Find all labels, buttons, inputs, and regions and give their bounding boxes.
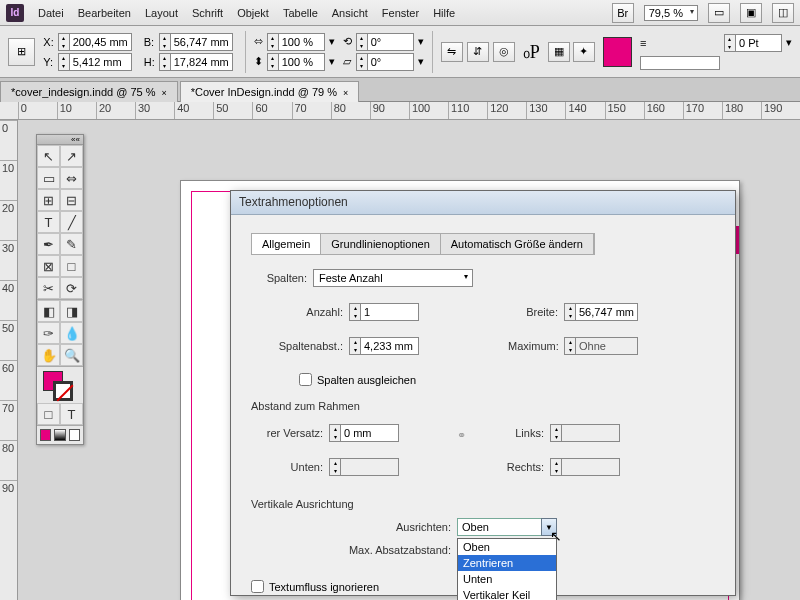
effects-icon[interactable]: ✦ — [573, 42, 595, 62]
menu-objekt[interactable]: Objekt — [237, 7, 269, 19]
direct-selection-tool[interactable]: ↗ — [60, 145, 83, 167]
flip-v-icon[interactable]: ⇵ — [467, 42, 489, 62]
link-icon[interactable]: ⚭ — [457, 429, 466, 442]
links-label: Links: — [498, 427, 544, 439]
ruler-horizontal[interactable]: 0102030405060708090100110120130140150160… — [0, 102, 800, 120]
w-field[interactable]: ▴▾ — [159, 33, 233, 51]
format-container-icon[interactable]: □ — [37, 403, 60, 425]
ruler-vertical[interactable]: 0102030405060708090 — [0, 120, 18, 600]
eyedropper-tool[interactable]: 💧 — [60, 322, 83, 344]
wrap-icon[interactable]: ▦ — [548, 42, 570, 62]
option-zentrieren[interactable]: Zentrieren — [458, 555, 556, 571]
versatz-label: rer Versatz: — [251, 427, 323, 439]
line-tool[interactable]: ╱ — [60, 211, 83, 233]
x-field[interactable]: ▴▾ — [58, 33, 132, 51]
option-vertikaler-keil[interactable]: Vertikaler Keil — [458, 587, 556, 600]
menu-tabelle[interactable]: Tabelle — [283, 7, 318, 19]
chevron-down-icon[interactable]: ▼ — [541, 518, 557, 536]
menu-layout[interactable]: Layout — [145, 7, 178, 19]
stroke-style[interactable] — [640, 56, 720, 70]
breite-field[interactable]: ▴▾ — [564, 303, 638, 321]
pen-tool[interactable]: ✒ — [37, 233, 60, 255]
close-icon[interactable]: × — [343, 88, 348, 98]
menu-fenster[interactable]: Fenster — [382, 7, 419, 19]
app-logo-icon: Id — [6, 4, 24, 22]
doc-tab-2[interactable]: *Cover InDesign.indd @ 79 %× — [180, 81, 360, 102]
tab-grundlinien[interactable]: Grundlinienoptionen — [321, 234, 440, 254]
spalten-ausgleichen-checkbox[interactable] — [299, 373, 312, 386]
transform-tool[interactable]: ⟳ — [60, 277, 83, 299]
format-text-icon[interactable]: T — [60, 403, 83, 425]
pencil-tool[interactable]: ✎ — [60, 233, 83, 255]
dialog-tabs: Allgemein Grundlinienoptionen Automatisc… — [251, 233, 595, 255]
rechts-label: Rechts: — [498, 461, 544, 473]
apply-gradient-icon[interactable] — [54, 429, 65, 441]
stroke-field[interactable]: ▴▾ — [724, 34, 782, 52]
h-label: H: — [144, 56, 155, 68]
gradient-swatch-tool[interactable]: ◧ — [37, 300, 60, 322]
content-collector-tool[interactable]: ⊞ — [37, 189, 60, 211]
dialog-title: Textrahmenoptionen — [231, 191, 735, 215]
gap-tool[interactable]: ⇔ — [60, 167, 83, 189]
panel-grip[interactable]: «« — [37, 135, 83, 145]
arrange-icon[interactable]: ◫ — [772, 3, 794, 23]
scaley-icon: ⬍ — [254, 55, 263, 68]
tool-panel: «« ↖ ↗ ▭ ⇔ ⊞ ⊟ T ╱ ✒ ✎ ⊠ □ ✂ ⟳ ◧ ◨ ✑ 💧 ✋… — [36, 134, 84, 445]
bridge-button[interactable]: Br — [612, 3, 634, 23]
anzahl-field[interactable]: ▴▾ — [349, 303, 419, 321]
spalten-label: Spalten: — [251, 272, 307, 284]
flip-h-icon[interactable]: ⇋ — [441, 42, 463, 62]
spalten-dropdown[interactable]: Feste Anzahl — [313, 269, 473, 287]
content-placer-tool[interactable]: ⊟ — [60, 189, 83, 211]
spaltenabst-field[interactable]: ▴▾ — [349, 337, 419, 355]
scissors-tool[interactable]: ✂ — [37, 277, 60, 299]
menu-schrift[interactable]: Schrift — [192, 7, 223, 19]
fill-stroke-control[interactable] — [37, 367, 83, 403]
unten-field: ▴▾ — [329, 458, 399, 476]
view-options-icon[interactable]: ▭ — [708, 3, 730, 23]
scaley-field[interactable]: ▴▾ — [267, 53, 325, 71]
rectangle-tool[interactable]: □ — [60, 255, 83, 277]
ref-point-icon[interactable]: ⊞ — [8, 38, 35, 66]
type-tool[interactable]: T — [37, 211, 60, 233]
option-unten[interactable]: Unten — [458, 571, 556, 587]
y-label: Y: — [43, 56, 53, 68]
versatz-field[interactable]: ▴▾ — [329, 424, 399, 442]
gradient-feather-tool[interactable]: ◨ — [60, 300, 83, 322]
shear-field[interactable]: ▴▾ — [356, 53, 414, 71]
max-absatzabstand-label: Max. Absatzabstand: — [331, 544, 451, 556]
rotate-field[interactable]: ▴▾ — [356, 33, 414, 51]
tab-allgemein[interactable]: Allgemein — [252, 234, 321, 254]
textumfluss-checkbox[interactable] — [251, 580, 264, 593]
menu-datei[interactable]: Datei — [38, 7, 64, 19]
y-field[interactable]: ▴▾ — [58, 53, 132, 71]
option-oben[interactable]: Oben — [458, 539, 556, 555]
hand-tool[interactable]: ✋ — [37, 344, 60, 366]
scalex-field[interactable]: ▴▾ — [267, 33, 325, 51]
zoom-tool[interactable]: 🔍 — [60, 344, 83, 366]
menu-hilfe[interactable]: Hilfe — [433, 7, 455, 19]
doc-tab-1[interactable]: *cover_indesign.indd @ 75 %× — [0, 81, 178, 102]
note-tool[interactable]: ✑ — [37, 322, 60, 344]
fill-swatch[interactable] — [603, 37, 632, 67]
rectangle-frame-tool[interactable]: ⊠ — [37, 255, 60, 277]
close-icon[interactable]: × — [161, 88, 166, 98]
zoom-field[interactable]: 79,5 % — [644, 5, 698, 21]
page-tool[interactable]: ▭ — [37, 167, 60, 189]
screen-mode-icon[interactable]: ▣ — [740, 3, 762, 23]
select-container-icon[interactable]: ◎ — [493, 42, 515, 62]
ausrichten-dropdown[interactable]: ▼ Oben Zentrieren Unten Vertikaler Keil — [457, 518, 557, 536]
tab-auto-size[interactable]: Automatisch Größe ändern — [441, 234, 594, 254]
apply-none-icon[interactable] — [69, 429, 80, 441]
menu-bearbeiten[interactable]: Bearbeiten — [78, 7, 131, 19]
char-panel-icon[interactable]: ₀P — [523, 41, 540, 63]
apply-color-icon[interactable] — [40, 429, 51, 441]
apply-color-row[interactable] — [37, 426, 83, 444]
document-tabs: *cover_indesign.indd @ 75 %× *Cover InDe… — [0, 78, 800, 102]
h-field[interactable]: ▴▾ — [159, 53, 233, 71]
selection-tool[interactable]: ↖ — [37, 145, 60, 167]
spaltenabst-label: Spaltenabst.: — [271, 340, 343, 352]
vertikale-ausrichtung-label: Vertikale Ausrichtung — [251, 498, 715, 510]
menu-ansicht[interactable]: Ansicht — [332, 7, 368, 19]
spalten-ausgleichen-label: Spalten ausgleichen — [317, 374, 416, 386]
